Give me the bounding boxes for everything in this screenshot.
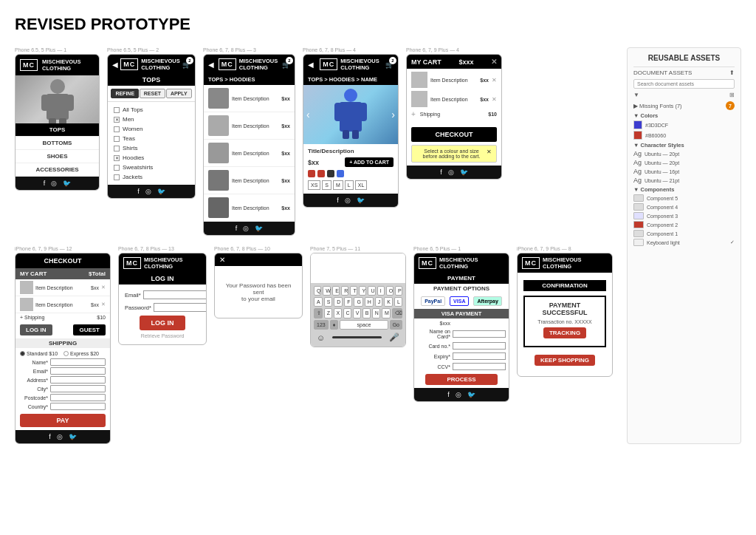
key-x[interactable]: X [334, 308, 342, 318]
checkbox-shirts[interactable] [114, 146, 120, 151]
key-t[interactable]: T [350, 286, 357, 296]
color-swatch-1[interactable] [633, 120, 642, 129]
back-arrow-icon4[interactable]: ◀ [308, 61, 314, 69]
nav-shoes[interactable]: SHOES [16, 150, 99, 163]
email-input[interactable] [50, 367, 106, 375]
expiry-input[interactable] [453, 352, 506, 360]
key-d[interactable]: D [334, 297, 343, 307]
component-3[interactable]: Component 3 [633, 212, 735, 219]
color-dark[interactable] [327, 170, 334, 177]
instagram-icon5[interactable]: ◎ [448, 168, 454, 176]
key-c[interactable]: C [343, 308, 351, 318]
city-input[interactable] [50, 385, 106, 392]
product-item-3[interactable]: Item Description $xx [204, 140, 295, 167]
login-submit-btn[interactable]: LOG IN [140, 316, 185, 330]
grid-icon[interactable]: ⊞ [729, 92, 735, 98]
product-item-1[interactable]: Item Description $xx [204, 85, 295, 112]
checkbox-teas[interactable] [114, 136, 120, 142]
reset-btn[interactable]: RESET [140, 89, 165, 98]
key-q[interactable]: Q [314, 286, 321, 296]
express-radio[interactable] [63, 351, 69, 356]
facebook-icon4[interactable]: f [337, 197, 339, 204]
paypal-payment-btn[interactable]: PayPal [421, 296, 445, 306]
key-s[interactable]: S [324, 297, 333, 307]
key-y[interactable]: Y [359, 286, 366, 296]
checkbox-all-tops[interactable] [114, 107, 120, 113]
key-globe[interactable]: ♦ [330, 320, 339, 330]
key-space[interactable]: space [340, 320, 388, 330]
key-p[interactable]: P [395, 286, 402, 296]
key-h[interactable]: H [365, 297, 374, 307]
color-swatch-2[interactable] [633, 131, 642, 140]
filter-shirts[interactable]: Shirts [114, 143, 189, 153]
nav-tops[interactable]: TOPS [16, 123, 99, 137]
product-item-2[interactable]: Item Description $xx [204, 112, 295, 140]
key-o[interactable]: O [386, 286, 394, 296]
nav-accessories[interactable]: ACCESSORIES [16, 163, 99, 177]
component-4[interactable]: Component 4 [633, 203, 735, 211]
color-red[interactable] [308, 170, 315, 177]
key-l[interactable]: L [394, 297, 402, 307]
emoji-icon[interactable]: ☺ [317, 333, 325, 342]
ccv-input[interactable] [453, 363, 506, 370]
key-z[interactable]: Z [324, 308, 332, 318]
filter-women[interactable]: Women [114, 124, 189, 134]
key-w[interactable]: W [323, 286, 331, 296]
facebook-icon5[interactable]: f [440, 168, 442, 176]
facebook-icon3[interactable]: f [236, 225, 238, 232]
color-red2[interactable] [317, 170, 325, 177]
apply-btn[interactable]: APPLY [166, 89, 192, 98]
add-to-cart-btn[interactable]: + ADD TO CART [345, 157, 394, 167]
product-item-5[interactable]: Item Description $xx [204, 194, 295, 222]
checkbox-jackets[interactable] [114, 174, 120, 180]
nav-bottoms[interactable]: BOTTOMS [16, 137, 99, 150]
standard-shipping-opt[interactable]: Standard $10 [20, 351, 58, 356]
key-r[interactable]: R [341, 286, 348, 296]
key-shift[interactable]: ⇧ [314, 308, 323, 318]
instagram-icon3[interactable]: ◎ [243, 225, 249, 232]
postcode-input[interactable] [50, 394, 106, 401]
filter-icon[interactable]: ▼ [633, 92, 639, 98]
process-btn[interactable]: PROCESS [425, 374, 498, 385]
size-xl[interactable]: XL [355, 180, 368, 190]
key-m[interactable]: M [382, 308, 391, 318]
checkout-remove-1[interactable]: ✕ [101, 284, 106, 290]
standard-radio[interactable] [20, 351, 25, 356]
next-image-arrow[interactable]: › [391, 109, 395, 120]
mic-icon[interactable]: 🎤 [389, 333, 399, 342]
key-i[interactable]: I [377, 286, 385, 296]
checkbox-hoodies[interactable]: ✕ [114, 155, 120, 161]
facebook-icon6[interactable]: f [49, 433, 51, 440]
key-n[interactable]: N [372, 308, 380, 318]
checkbox-women[interactable] [114, 126, 120, 132]
component-2[interactable]: Component 2 [633, 221, 735, 228]
component-1[interactable]: Component 1 [633, 230, 735, 237]
facebook-icon10[interactable]: f [447, 391, 450, 398]
login-btn[interactable]: LOG IN [20, 324, 52, 335]
size-s[interactable]: S [322, 180, 331, 190]
component-5[interactable]: Component 5 [633, 194, 735, 202]
assets-search-input[interactable] [633, 79, 735, 89]
facebook-icon2[interactable]: f [137, 188, 140, 195]
name-on-card-input[interactable] [453, 330, 506, 338]
filter-men[interactable]: ✕ Men [114, 115, 189, 124]
key-g[interactable]: G [354, 297, 362, 307]
twitter-icon2[interactable]: 🐦 [157, 188, 165, 195]
color-blue[interactable] [337, 170, 344, 177]
key-go[interactable]: Go [390, 320, 402, 330]
facebook-icon[interactable]: f [44, 180, 46, 187]
back-arrow-icon3[interactable]: ◀ [208, 61, 214, 69]
guest-btn[interactable]: GUEST [73, 324, 106, 335]
twitter-icon10[interactable]: 🐦 [467, 391, 475, 398]
twitter-icon5[interactable]: 🐦 [460, 168, 468, 176]
filter-teas[interactable]: Teas [114, 134, 189, 143]
key-a[interactable]: A [314, 297, 323, 307]
key-v[interactable]: V [353, 308, 361, 318]
checkout-btn[interactable]: CHECKOUT [411, 127, 497, 142]
instagram-icon10[interactable]: ◎ [456, 391, 461, 398]
checkbox-sweatshirts[interactable] [114, 165, 120, 171]
name-input[interactable] [50, 358, 106, 366]
refine-btn[interactable]: REFINE [111, 89, 139, 98]
key-j[interactable]: J [375, 297, 383, 307]
checkbox-men[interactable]: ✕ [114, 117, 120, 123]
